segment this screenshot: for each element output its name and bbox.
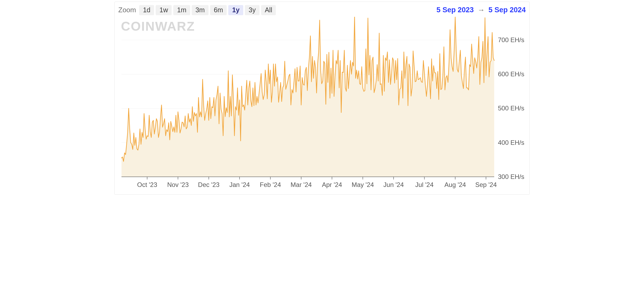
x-tick-label: Jun '24 <box>383 181 404 188</box>
x-tick-label: Jan '24 <box>229 181 250 188</box>
y-tick-label: 300 EH/s <box>498 173 524 180</box>
chart-svg[interactable]: 300 EH/s400 EH/s500 EH/s600 EH/s700 EH/s… <box>118 17 526 190</box>
x-tick-label: Sep '24 <box>475 181 497 188</box>
series-area <box>121 17 494 177</box>
x-tick-label: May '24 <box>352 181 374 188</box>
x-tick-label: Dec '23 <box>198 181 220 188</box>
x-tick-label: Oct '23 <box>137 181 157 188</box>
y-tick-label: 400 EH/s <box>498 139 524 146</box>
chart-toolbar: Zoom 1d 1w 1m 3m 6m 1y 3y All 5 Sep 2023… <box>118 5 526 15</box>
zoom-btn-1w[interactable]: 1w <box>156 5 172 15</box>
zoom-btn-1m[interactable]: 1m <box>173 5 190 15</box>
x-tick-label: Feb '24 <box>260 181 281 188</box>
plot-area[interactable]: COINWARZ 300 EH/s400 EH/s500 EH/s600 EH/… <box>118 17 526 190</box>
date-range: 5 Sep 2023 → 5 Sep 2024 <box>437 6 526 14</box>
zoom-btn-6m[interactable]: 6m <box>210 5 227 15</box>
y-tick-label: 500 EH/s <box>498 105 524 112</box>
zoom-btn-3m[interactable]: 3m <box>192 5 209 15</box>
range-to[interactable]: 5 Sep 2024 <box>488 6 526 14</box>
y-tick-label: 700 EH/s <box>498 36 524 43</box>
x-tick-label: Apr '24 <box>322 181 342 188</box>
chart-container: Zoom 1d 1w 1m 3m 6m 1y 3y All 5 Sep 2023… <box>114 2 530 195</box>
x-tick-label: Nov '23 <box>167 181 189 188</box>
zoom-btn-all[interactable]: All <box>261 5 276 15</box>
zoom-btn-1y[interactable]: 1y <box>228 5 243 15</box>
zoom-group: Zoom 1d 1w 1m 3m 6m 1y 3y All <box>118 5 276 15</box>
x-tick-label: Jul '24 <box>415 181 434 188</box>
arrow-right-icon: → <box>477 6 485 14</box>
y-tick-label: 600 EH/s <box>498 70 524 78</box>
x-tick-label: Aug '24 <box>445 181 466 188</box>
x-tick-label: Mar '24 <box>290 181 312 188</box>
range-from[interactable]: 5 Sep 2023 <box>437 6 474 14</box>
zoom-btn-3y[interactable]: 3y <box>245 5 259 15</box>
zoom-label: Zoom <box>118 6 136 14</box>
zoom-btn-1d[interactable]: 1d <box>139 5 154 15</box>
